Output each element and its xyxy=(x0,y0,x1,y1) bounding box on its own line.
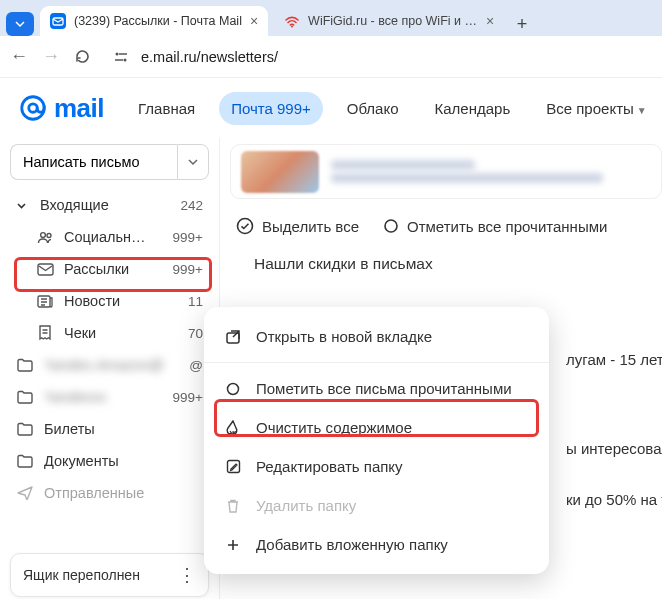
edit-icon xyxy=(224,459,242,474)
plus-icon xyxy=(224,538,242,552)
section-title: Нашли скидки в письмах xyxy=(230,247,662,285)
tab-dropdown-button[interactable] xyxy=(6,12,34,36)
ctx-add-subfolder[interactable]: Добавить вложенную папку xyxy=(204,525,549,564)
nav-cloud[interactable]: Облако xyxy=(335,92,411,125)
list-item[interactable]: ы интересовал xyxy=(560,428,662,469)
list-item[interactable]: ки до 50% на тер xyxy=(560,479,662,520)
logo[interactable]: mail xyxy=(18,93,104,124)
mailbox-full-card[interactable]: Ящик переполнен ⋮ xyxy=(10,553,209,597)
mark-all-read-button[interactable]: Отметить все прочитанными xyxy=(383,218,607,235)
people-icon xyxy=(36,230,54,245)
svg-point-11 xyxy=(238,219,253,234)
separator xyxy=(204,362,549,363)
folder-custom[interactable]: Yandexxx 999+ xyxy=(6,382,213,412)
browser-tab[interactable]: WiFiGid.ru - все про WiFi и бе × xyxy=(274,6,504,36)
broom-icon xyxy=(224,420,242,436)
folder-icon xyxy=(16,358,34,372)
nav-all-projects[interactable]: Все проекты▼ xyxy=(534,92,658,125)
folder-newsletters[interactable]: Рассылки 999+ xyxy=(6,254,213,284)
open-icon xyxy=(224,329,242,345)
chevron-down-icon xyxy=(188,158,198,166)
svg-point-5 xyxy=(22,97,45,120)
folder-inbox[interactable]: Входящие 242 xyxy=(6,190,213,220)
promo-text xyxy=(331,157,651,186)
sidebar: Написать письмо Входящие 242 Социальн… 9… xyxy=(0,138,220,599)
top-nav: Главная Почта 999+ Облако Календарь Все … xyxy=(126,92,659,125)
logo-text: mail xyxy=(54,93,104,124)
browser-toolbar: ← → e.mail.ru/newsletters/ xyxy=(0,36,662,78)
action-bar: Выделить все Отметить все прочитанными xyxy=(230,209,662,247)
compose-dropdown-button[interactable] xyxy=(177,144,209,180)
close-icon[interactable]: × xyxy=(486,13,494,29)
svg-point-8 xyxy=(47,233,51,237)
tab-title: WiFiGid.ru - все про WiFi и бе xyxy=(308,14,478,28)
news-icon xyxy=(36,294,54,309)
svg-rect-9 xyxy=(38,264,53,275)
ctx-edit-folder[interactable]: Редактировать папку xyxy=(204,447,549,486)
mail-favicon-icon xyxy=(50,13,66,29)
chevron-down-icon: ▼ xyxy=(637,105,647,116)
compose-button[interactable]: Написать письмо xyxy=(10,144,177,180)
folder-list: Входящие 242 Социальн… 999+ Рассылки 999… xyxy=(6,190,213,599)
trash-icon xyxy=(224,498,242,514)
nav-mail[interactable]: Почта 999+ xyxy=(219,92,323,125)
folder-tickets[interactable]: Билеты xyxy=(6,414,213,444)
mailbox-full-label: Ящик переполнен xyxy=(23,567,140,583)
app-header: mail Главная Почта 999+ Облако Календарь… xyxy=(0,78,662,138)
folder-icon xyxy=(16,422,34,436)
browser-tabstrip: (3239) Рассылки - Почта Mail × WiFiGid.r… xyxy=(0,0,662,36)
new-tab-button[interactable]: + xyxy=(510,12,534,36)
wifi-favicon-icon xyxy=(284,13,300,29)
tab-title: (3239) Рассылки - Почта Mail xyxy=(74,14,242,28)
receipt-icon xyxy=(36,325,54,341)
back-button[interactable]: ← xyxy=(10,46,28,67)
folder-social[interactable]: Социальн… 999+ xyxy=(6,222,213,252)
svg-point-12 xyxy=(385,220,397,232)
folder-custom[interactable]: Yandex.Amazon@ @ xyxy=(6,350,213,380)
promo-image xyxy=(241,151,319,193)
svg-point-7 xyxy=(40,232,45,237)
sent-icon xyxy=(16,486,34,500)
folder-documents[interactable]: Документы xyxy=(6,446,213,476)
folder-news[interactable]: Новости 11 xyxy=(6,286,213,316)
close-icon[interactable]: × xyxy=(250,13,258,29)
svg-rect-13 xyxy=(227,333,239,343)
folder-icon xyxy=(16,390,34,404)
forward-button[interactable]: → xyxy=(42,46,60,67)
ctx-open-new-tab[interactable]: Открыть в новой вкладке xyxy=(204,317,549,356)
url-text: e.mail.ru/newsletters/ xyxy=(141,49,278,65)
ctx-clear-contents[interactable]: Очистить содержимое xyxy=(204,408,549,447)
ctx-delete-folder: Удалить папку xyxy=(204,486,549,525)
folder-sent[interactable]: Отправленные xyxy=(6,478,213,508)
circle-icon xyxy=(224,382,242,396)
circle-icon xyxy=(383,218,399,234)
more-icon[interactable]: ⋮ xyxy=(178,564,196,586)
nav-calendar[interactable]: Календарь xyxy=(423,92,523,125)
context-menu: Открыть в новой вкладке Пометить все пис… xyxy=(204,307,549,574)
browser-tab-active[interactable]: (3239) Рассылки - Почта Mail × xyxy=(40,6,268,36)
at-icon xyxy=(18,93,48,123)
svg-point-14 xyxy=(228,383,239,394)
select-all-button[interactable]: Выделить все xyxy=(236,217,359,235)
list-item[interactable]: лугам - 15 лет xyxy=(560,339,662,380)
site-settings-icon[interactable] xyxy=(113,50,131,64)
reload-button[interactable] xyxy=(74,48,91,65)
nav-main[interactable]: Главная xyxy=(126,92,207,125)
ctx-mark-all-read[interactable]: Пометить все письма прочитанными xyxy=(204,369,549,408)
svg-point-2 xyxy=(291,26,293,28)
folder-icon xyxy=(16,454,34,468)
mail-icon xyxy=(36,262,54,276)
svg-point-4 xyxy=(124,58,127,61)
folder-receipts[interactable]: Чеки 70 xyxy=(6,318,213,348)
address-bar[interactable]: e.mail.ru/newsletters/ xyxy=(105,45,652,69)
promo-banner[interactable] xyxy=(230,144,662,199)
svg-point-3 xyxy=(116,52,119,55)
check-circle-icon xyxy=(236,217,254,235)
chevron-down-icon xyxy=(16,200,30,211)
